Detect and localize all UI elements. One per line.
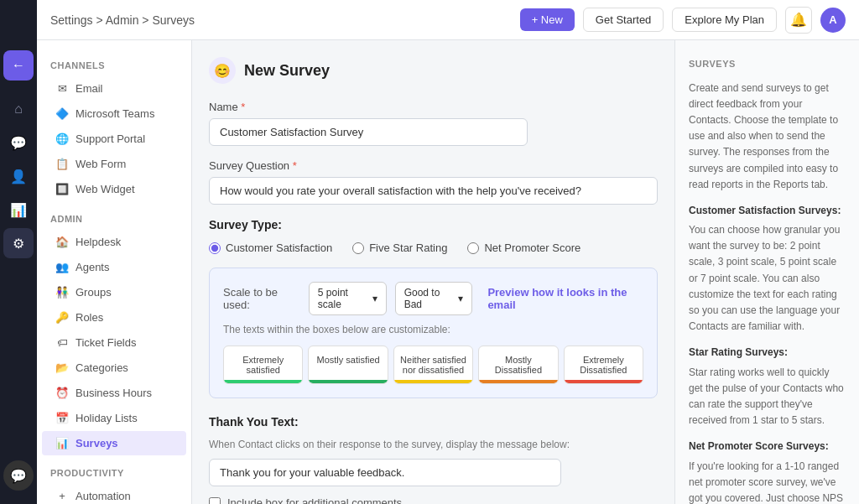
name-label: Name * bbox=[209, 101, 658, 113]
order-select[interactable]: Good to Bad ▾ bbox=[395, 282, 473, 315]
reports-nav-icon[interactable]: 📊 bbox=[3, 195, 34, 225]
nav-email[interactable]: ✉Email bbox=[42, 76, 186, 101]
sat-box-neutral[interactable]: Neither satisfied nor dissatisfied bbox=[393, 346, 473, 384]
nav-roles[interactable]: 🔑Roles bbox=[42, 305, 186, 330]
new-button[interactable]: + New bbox=[520, 8, 575, 31]
explore-plan-button[interactable]: Explore My Plan bbox=[672, 8, 777, 32]
channels-section-title: Channels bbox=[37, 49, 191, 75]
question-form-group: Survey Question * bbox=[209, 159, 658, 205]
avatar[interactable]: A bbox=[820, 8, 846, 33]
preview-link[interactable]: Preview how it looks in the email bbox=[487, 286, 643, 311]
satisfaction-boxes: Extremely satisfied Mostly satisfied Nei… bbox=[223, 346, 643, 384]
help-title: SURVEYS bbox=[689, 57, 846, 72]
back-button[interactable]: ← bbox=[3, 50, 34, 81]
productivity-section-title: Productivity bbox=[37, 456, 191, 483]
chat-support-icon[interactable]: 💬 bbox=[3, 460, 34, 491]
help-star-text: Star rating works well to quickly get th… bbox=[689, 365, 846, 429]
help-nps-text: If you're looking for a 1-10 ranged net … bbox=[689, 459, 846, 504]
survey-emoji-icon: 😊 bbox=[209, 57, 236, 84]
help-section-star: Star Rating Surveys: Star rating works w… bbox=[689, 345, 846, 429]
survey-type-label: Survey Type: bbox=[209, 218, 658, 231]
customizable-note: The texts within the boxes below are cus… bbox=[223, 324, 643, 335]
help-nps-title: Net Promoter Score Surveys: bbox=[689, 439, 846, 455]
nav-support-portal[interactable]: 🌐Support Portal bbox=[42, 127, 186, 151]
thank-you-title: Thank You Text: bbox=[209, 415, 658, 429]
page-header: 😊 New Survey bbox=[209, 57, 658, 84]
nav-agents[interactable]: 👥Agents bbox=[42, 255, 186, 279]
nav-web-form[interactable]: 📋Web Form bbox=[42, 152, 186, 176]
help-section-csat: Customer Satisfaction Surveys: You can c… bbox=[689, 203, 846, 335]
name-form-group: Name * bbox=[209, 101, 658, 146]
nav-surveys[interactable]: 📊Surveys bbox=[42, 431, 186, 455]
radio-customer-satisfaction[interactable]: Customer Satisfaction bbox=[209, 242, 332, 254]
help-csat-title: Customer Satisfaction Surveys: bbox=[689, 203, 846, 219]
home-nav-icon[interactable]: ⌂ bbox=[3, 94, 34, 124]
scale-select[interactable]: 5 point scale ▾ bbox=[309, 282, 387, 315]
survey-type-radio-group: Customer Satisfaction Five Star Rating N… bbox=[209, 242, 658, 254]
nav-business-hours[interactable]: ⏰Business Hours bbox=[42, 381, 186, 405]
nav-holiday-lists[interactable]: 📅Holiday Lists bbox=[42, 406, 186, 430]
settings-nav-icon[interactable]: ⚙ bbox=[3, 228, 34, 258]
sat-box-extremely-dissatisfied[interactable]: Extremely Dissatisfied bbox=[564, 346, 643, 384]
sat-box-extremely-satisfied[interactable]: Extremely satisfied bbox=[223, 346, 303, 384]
radio-five-star[interactable]: Five Star Rating bbox=[352, 242, 447, 254]
nav-microsoft-teams[interactable]: 🔷Microsoft Teams bbox=[42, 101, 186, 126]
thank-you-section: Thank You Text: When Contact clicks on t… bbox=[209, 415, 658, 504]
thank-you-input[interactable] bbox=[209, 459, 561, 486]
help-csat-text: You can choose how granular you want the… bbox=[689, 222, 846, 335]
nav-helpdesk[interactable]: 🏠Helpdesk bbox=[42, 230, 186, 254]
help-section-nps: Net Promoter Score Surveys: If you're lo… bbox=[689, 439, 846, 504]
sat-box-mostly-satisfied[interactable]: Mostly satisfied bbox=[308, 346, 388, 384]
nav-automation[interactable]: +Automation bbox=[42, 484, 186, 504]
include-comments-row: Include box for additional comments bbox=[209, 496, 658, 504]
help-star-title: Star Rating Surveys: bbox=[689, 345, 846, 361]
nav-web-widget[interactable]: 🔲Web Widget bbox=[42, 177, 186, 201]
question-label: Survey Question * bbox=[209, 159, 658, 172]
help-sidebar: SURVEYS Create and send surveys to get d… bbox=[674, 40, 859, 504]
scale-controls: Scale to be used: 5 point scale ▾ Good t… bbox=[209, 268, 658, 398]
help-intro: Create and send surveys to get direct fe… bbox=[689, 81, 846, 193]
nav-sidebar: Channels ✉Email 🔷Microsoft Teams 🌐Suppor… bbox=[37, 40, 192, 504]
admin-section-title: Admin bbox=[37, 202, 191, 229]
contacts-nav-icon[interactable]: 👤 bbox=[3, 161, 34, 191]
icon-sidebar: ← ⌂ 💬 👤 📊 ⚙ 💬 bbox=[0, 0, 37, 504]
scale-row: Scale to be used: 5 point scale ▾ Good t… bbox=[223, 282, 643, 315]
survey-type-group: Survey Type: Customer Satisfaction Five … bbox=[209, 218, 658, 254]
nav-ticket-fields[interactable]: 🏷Ticket Fields bbox=[42, 330, 186, 355]
page-title: New Survey bbox=[244, 62, 330, 80]
get-started-button[interactable]: Get Started bbox=[583, 8, 664, 32]
chat-nav-icon[interactable]: 💬 bbox=[3, 127, 34, 158]
question-input[interactable] bbox=[209, 177, 658, 205]
main-content: 😊 New Survey Name * Survey Question * bbox=[192, 40, 674, 504]
include-comments-checkbox[interactable] bbox=[209, 497, 221, 505]
scale-label: Scale to be used: bbox=[223, 286, 300, 311]
radio-nps[interactable]: Net Promoter Score bbox=[467, 242, 580, 254]
sat-box-mostly-dissatisfied[interactable]: Mostly Dissatisfied bbox=[478, 346, 558, 384]
include-comments-label: Include box for additional comments bbox=[227, 496, 402, 504]
topbar: Settings > Admin > Surveys + New Get Sta… bbox=[37, 0, 859, 40]
breadcrumb: Settings > Admin > Surveys bbox=[50, 13, 512, 27]
bell-icon[interactable]: 🔔 bbox=[785, 7, 812, 34]
nav-groups[interactable]: 👫Groups bbox=[42, 280, 186, 304]
thank-you-desc: When Contact clicks on their response to… bbox=[209, 439, 658, 450]
name-input[interactable] bbox=[209, 118, 528, 146]
nav-categories[interactable]: 📂Categories bbox=[42, 356, 186, 380]
